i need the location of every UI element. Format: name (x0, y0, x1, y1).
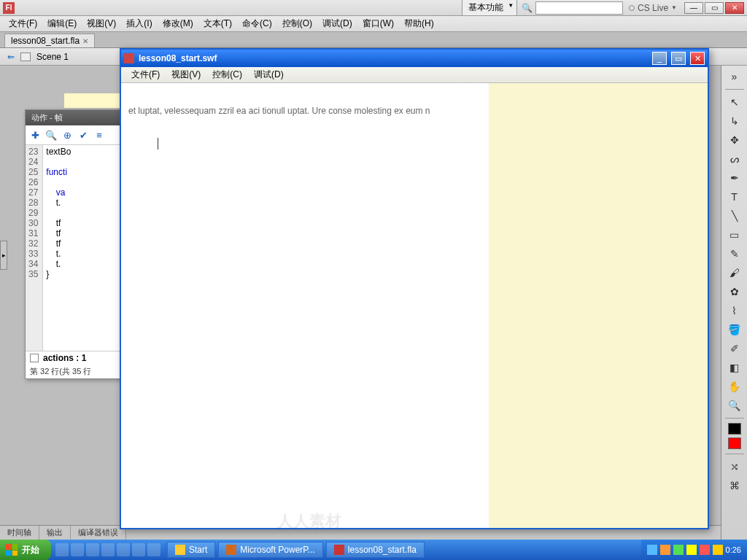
menu-view[interactable]: 视图(V) (82, 16, 120, 31)
eyedropper-tool[interactable]: ✐ (725, 341, 744, 357)
tools-panel: » ↖ ↳ ✥ ᔕ ✒ T ╲ ▭ ✎ 🖌 ✿ ⌇ 🪣 ✐ ◧ ✋ 🔍 ⤭ ⌘ (721, 66, 747, 540)
tab-close-icon[interactable]: ✕ (82, 37, 88, 45)
ql-icon[interactable] (147, 543, 160, 556)
line-tool[interactable]: ╲ (725, 208, 744, 224)
ql-icon[interactable] (55, 543, 69, 556)
eraser-tool[interactable]: ◧ (725, 359, 744, 376)
ql-icon[interactable] (71, 543, 84, 556)
subselection-tool[interactable]: ↳ (725, 113, 744, 129)
autoformat-icon[interactable]: ≡ (93, 128, 106, 141)
swf-menubar: 文件(F) 视图(V) 控制(C) 调试(D) (121, 67, 708, 83)
check-syntax-icon[interactable]: ✔ (77, 128, 90, 141)
swf-maximize-button[interactable]: ▭ (671, 52, 686, 65)
ql-icon[interactable] (101, 543, 115, 556)
snap-icon[interactable]: ⌘ (725, 478, 744, 494)
code-lines: textBo functi va t. tf tf tf t. t. } (43, 145, 74, 351)
menu-debug[interactable]: 调试(D) (318, 16, 357, 31)
deco-tool[interactable]: ✿ (725, 284, 744, 300)
document-tab[interactable]: lesson08_start.fla ✕ (4, 34, 95, 47)
fill-color-swatch[interactable] (728, 438, 741, 449)
folder-icon (175, 545, 185, 555)
timeline-fragment (64, 93, 123, 108)
tray-icon[interactable] (686, 545, 697, 555)
ql-icon[interactable] (117, 543, 130, 556)
menu-file[interactable]: 文件(F) (4, 16, 42, 31)
menu-insert[interactable]: 插入(I) (122, 16, 156, 31)
taskbar-task[interactable]: lesson08_start.fla (326, 542, 425, 558)
scene-back-icon[interactable]: ⇐ (7, 52, 15, 62)
tray-icon[interactable] (660, 545, 670, 555)
swf-sidebar-region (489, 83, 708, 528)
actions-panel: 动作 - 帧 ✚ 🔍 ⊕ ✔ ≡ 23242526272829303132333… (25, 109, 127, 379)
search-icon: 🔍 (522, 3, 533, 13)
windows-logo-icon (6, 544, 18, 556)
swf-menu-control[interactable]: 控制(C) (208, 67, 247, 82)
zoom-tool[interactable]: 🔍 (725, 397, 744, 413)
ql-icon[interactable] (86, 543, 99, 556)
ql-icon[interactable] (132, 543, 145, 556)
taskbar-task[interactable]: Microsoft PowerP... (218, 542, 322, 558)
actions-panel-title[interactable]: 动作 - 帧 (26, 110, 126, 125)
start-button[interactable]: 开始 (0, 540, 51, 560)
tab-compiler-errors[interactable]: 编译器错误 (71, 526, 126, 540)
swf-stage[interactable]: et luptat, velessequam zzril ea aci tion… (121, 83, 708, 528)
text-tool[interactable]: T (725, 189, 744, 205)
quick-launch (51, 543, 166, 556)
script-nav-icon[interactable] (30, 354, 39, 362)
menu-help[interactable]: 帮助(H) (400, 16, 438, 31)
workspace-switcher[interactable]: 基本功能 (462, 0, 517, 16)
paint-bucket-tool[interactable]: 🪣 (725, 322, 744, 338)
tray-icon[interactable] (647, 545, 657, 555)
tab-output[interactable]: 输出 (39, 526, 71, 540)
minimize-button[interactable]: — (684, 2, 703, 14)
swf-menu-file[interactable]: 文件(F) (127, 67, 164, 82)
app-titlebar: Fl 基本功能 🔍 CS Live▼ — ▭ ✕ (0, 0, 747, 16)
free-transform-tool[interactable]: ✥ (725, 132, 744, 148)
scene-icon (20, 52, 31, 61)
document-tab-label: lesson08_start.fla (11, 36, 80, 46)
tray-icon[interactable] (700, 545, 710, 555)
add-script-icon[interactable]: ✚ (28, 128, 42, 141)
search-input[interactable] (535, 1, 623, 15)
menu-window[interactable]: 窗口(W) (358, 16, 398, 31)
tab-timeline[interactable]: 时间轴 (0, 526, 39, 540)
menu-commands[interactable]: 命令(C) (238, 16, 276, 31)
taskbar-clock[interactable]: 0:26 (726, 545, 741, 554)
cslive-button[interactable]: CS Live▼ (629, 3, 677, 13)
pen-tool[interactable]: ✒ (725, 170, 744, 186)
swf-titlebar[interactable]: lesson08_start.swf _ ▭ ✕ (121, 50, 708, 67)
selection-tool[interactable]: ↖ (725, 94, 744, 110)
powerpoint-icon (226, 545, 236, 555)
bone-tool[interactable]: ⌇ (725, 303, 744, 319)
target-icon[interactable]: ⊕ (61, 128, 74, 141)
swf-minimize-button[interactable]: _ (652, 52, 667, 65)
system-tray: 0:26 (641, 540, 747, 560)
panel-menu-icon[interactable]: » (725, 69, 744, 85)
taskbar-task[interactable]: Start (167, 542, 215, 558)
swf-menu-debug[interactable]: 调试(D) (249, 67, 288, 82)
brush-tool[interactable]: 🖌 (725, 265, 744, 281)
close-button[interactable]: ✕ (725, 2, 744, 14)
flash-icon (334, 545, 344, 555)
panel-expand-handle[interactable]: ▸ (0, 241, 7, 270)
swf-menu-view[interactable]: 视图(V) (167, 67, 205, 82)
windows-taskbar: 开始 Start Microsoft PowerP... lesson08_st… (0, 540, 747, 560)
swf-close-button[interactable]: ✕ (690, 52, 705, 65)
rectangle-tool[interactable]: ▭ (725, 227, 744, 243)
pencil-tool[interactable]: ✎ (725, 246, 744, 262)
menu-control[interactable]: 控制(O) (278, 16, 317, 31)
swap-colors-icon[interactable]: ⤭ (725, 459, 744, 475)
lasso-tool[interactable]: ᔕ (725, 151, 744, 167)
maximize-button[interactable]: ▭ (705, 2, 724, 14)
tray-icon[interactable] (673, 545, 684, 555)
tray-icon[interactable] (713, 545, 723, 555)
menu-modify[interactable]: 修改(M) (158, 16, 198, 31)
menu-text[interactable]: 文本(T) (199, 16, 236, 31)
find-icon[interactable]: 🔍 (44, 128, 58, 141)
menu-edit[interactable]: 编辑(E) (43, 16, 81, 31)
stroke-color-swatch[interactable] (728, 423, 741, 435)
swf-player-window: lesson08_start.swf _ ▭ ✕ 文件(F) 视图(V) 控制(… (120, 48, 709, 529)
code-editor[interactable]: 23242526272829303132333435 textBo functi… (26, 145, 126, 351)
actions-status: actions : 1 (26, 351, 126, 365)
hand-tool[interactable]: ✋ (725, 378, 744, 394)
